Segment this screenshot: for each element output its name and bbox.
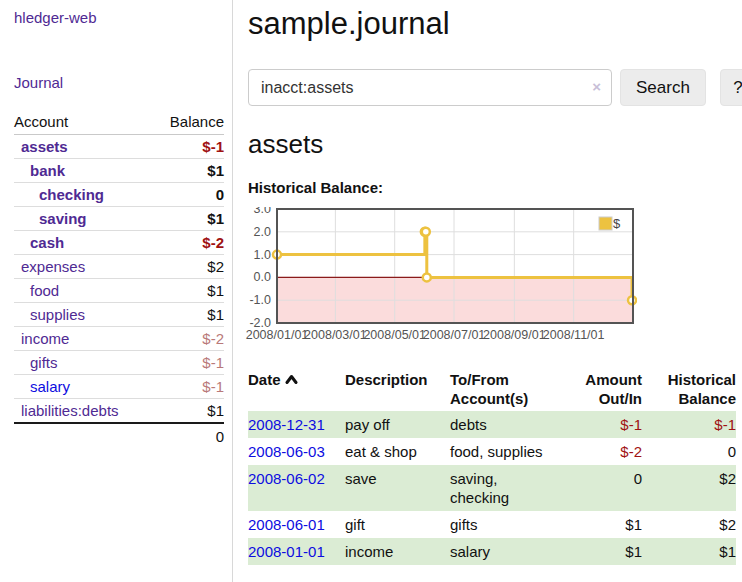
account-name-cell: salary — [14, 375, 152, 399]
account-name-cell: food — [14, 279, 152, 303]
register-row: 2008-06-01giftgifts$1$2 — [248, 511, 736, 538]
search-input[interactable] — [248, 69, 612, 106]
account-name-cell: liabilities:debts — [14, 399, 152, 424]
account-balance: $-2 — [152, 327, 224, 351]
app-title: hledger-web — [14, 9, 224, 27]
register-balance-cell: $1 — [642, 538, 736, 565]
svg-text:2008/05/01: 2008/05/01 — [363, 328, 426, 342]
svg-text:0.0: 0.0 — [254, 270, 271, 284]
transaction-date-link[interactable]: 2008-06-03 — [248, 443, 325, 460]
account-name-cell: assets — [14, 135, 152, 159]
register-amount-cell: $1 — [562, 511, 642, 538]
svg-text:2008/09/01: 2008/09/01 — [483, 328, 546, 342]
account-link-salary[interactable]: salary — [30, 378, 70, 395]
svg-text:3.0: 3.0 — [254, 207, 271, 216]
register-amount-cell: 0 — [562, 465, 642, 511]
sidebar-nav: Journal — [14, 74, 224, 92]
register-col-description: Description — [345, 370, 450, 411]
register-description-cell: pay off — [345, 411, 450, 438]
sidebar-item-journal[interactable]: Journal — [14, 74, 63, 91]
account-link-assets[interactable]: assets — [21, 138, 68, 155]
register-col-accounts: To/From Account(s) — [450, 370, 562, 411]
svg-text:2008/07/01: 2008/07/01 — [423, 328, 486, 342]
accounts-table: Account Balance assets$-1bank$1checking0… — [14, 113, 224, 448]
register-row: 2008-01-01incomesalary$1$1 — [248, 538, 736, 565]
account-balance: $1 — [152, 303, 224, 327]
svg-text:1.0: 1.0 — [254, 248, 271, 262]
search-button[interactable]: Search — [620, 69, 706, 106]
account-balance: $1 — [152, 279, 224, 303]
register-description-cell: eat & shop — [345, 438, 450, 465]
register-row: 2008-06-03eat & shopfood, supplies$-20 — [248, 438, 736, 465]
search-bar: × Search ? — [248, 69, 742, 106]
account-name-cell: gifts — [14, 351, 152, 375]
account-balance: $1 — [152, 399, 224, 424]
account-row: cash$-2 — [14, 231, 224, 255]
account-row: salary$-1 — [14, 375, 224, 399]
account-link-liabilities-debts[interactable]: liabilities:debts — [21, 402, 119, 419]
transaction-date-link[interactable]: 2008-12-31 — [248, 416, 325, 433]
balance-chart-svg: $3.02.01.00.0-1.0-2.02008/01/012008/03/0… — [245, 207, 637, 345]
account-name-cell: saving — [14, 207, 152, 231]
svg-text:2008/01/01: 2008/01/01 — [246, 328, 309, 342]
register-accounts-cell: saving, checking — [450, 465, 562, 511]
register-table: Date Description To/From Account(s) Amou… — [248, 370, 736, 565]
accounts-total-row: 0 — [14, 423, 224, 448]
chart-heading: Historical Balance: — [248, 179, 742, 196]
account-balance: $-2 — [152, 231, 224, 255]
account-balance: 0 — [152, 183, 224, 207]
svg-text:2.0: 2.0 — [254, 225, 271, 239]
register-accounts-cell: gifts — [450, 511, 562, 538]
register-col-amount: Amount Out/In — [562, 370, 642, 411]
account-link-checking[interactable]: checking — [39, 186, 104, 203]
app-window: hledger-web Journal Account Balance asse… — [0, 0, 742, 582]
help-button[interactable]: ? — [720, 69, 742, 106]
svg-text:-1.0: -1.0 — [249, 293, 271, 307]
transaction-date-link[interactable]: 2008-06-02 — [248, 470, 325, 487]
transaction-date-link[interactable]: 2008-06-01 — [248, 516, 325, 533]
register-balance-cell: 0 — [642, 438, 736, 465]
account-row: expenses$2 — [14, 255, 224, 279]
register-accounts-cell: debts — [450, 411, 562, 438]
account-link-saving[interactable]: saving — [39, 210, 87, 227]
register-row: 2008-12-31pay offdebts$-1$-1 — [248, 411, 736, 438]
accounts-col-account: Account — [14, 113, 152, 135]
account-link-income[interactable]: income — [21, 330, 69, 347]
clear-search-icon[interactable]: × — [592, 78, 601, 95]
account-row: gifts$-1 — [14, 351, 224, 375]
account-name-cell: cash — [14, 231, 152, 255]
register-row: 2008-06-02savesaving, checking0$2 — [248, 465, 736, 511]
accounts-col-balance: Balance — [152, 113, 224, 135]
register-col-date[interactable]: Date — [248, 370, 345, 411]
account-balance: $-1 — [152, 375, 224, 399]
register-date-cell: 2008-12-31 — [248, 411, 345, 438]
svg-text:2008/03/01: 2008/03/01 — [304, 328, 367, 342]
account-row: food$1 — [14, 279, 224, 303]
register-date-cell: 2008-01-01 — [248, 538, 345, 565]
account-row: assets$-1 — [14, 135, 224, 159]
register-col-date-label: Date — [248, 371, 281, 388]
account-link-supplies[interactable]: supplies — [30, 306, 85, 323]
sidebar: hledger-web Journal Account Balance asse… — [0, 0, 233, 582]
account-name-cell: bank — [14, 159, 152, 183]
register-accounts-cell: food, supplies — [450, 438, 562, 465]
register-balance-cell: $2 — [642, 465, 736, 511]
account-balance: $-1 — [152, 351, 224, 375]
register-amount-cell: $1 — [562, 538, 642, 565]
sort-ascending-icon — [285, 374, 298, 384]
account-link-bank[interactable]: bank — [30, 162, 65, 179]
app-title-link[interactable]: hledger-web — [14, 9, 97, 26]
accounts-total-value: 0 — [152, 423, 224, 448]
transaction-date-link[interactable]: 2008-01-01 — [248, 543, 325, 560]
register-date-cell: 2008-06-03 — [248, 438, 345, 465]
register-amount-cell: $-2 — [562, 438, 642, 465]
account-name-cell: income — [14, 327, 152, 351]
register-date-cell: 2008-06-01 — [248, 511, 345, 538]
account-row: income$-2 — [14, 327, 224, 351]
svg-text:$: $ — [613, 216, 621, 231]
account-link-food[interactable]: food — [30, 282, 59, 299]
account-link-cash[interactable]: cash — [30, 234, 64, 251]
account-link-expenses[interactable]: expenses — [21, 258, 85, 275]
account-link-gifts[interactable]: gifts — [30, 354, 58, 371]
register-description-cell: gift — [345, 511, 450, 538]
